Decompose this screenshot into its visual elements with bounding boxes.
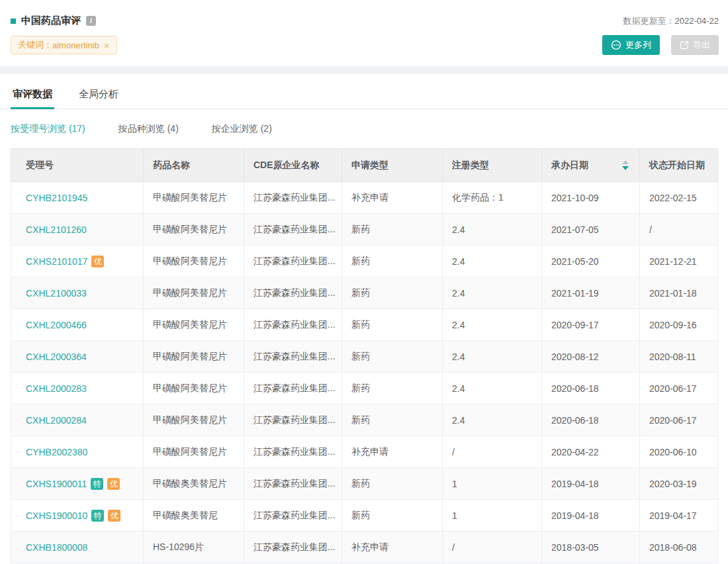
acceptance-no-link[interactable]: CYHB2101945: [26, 193, 87, 203]
cell-application-type: 新药: [342, 373, 443, 404]
cell-acceptance-no: CXHL2000284: [11, 404, 144, 436]
acceptance-no-link[interactable]: CXHS1900011: [26, 479, 87, 489]
cell-drug-name: HS-10296片: [144, 532, 244, 563]
acceptance-no-link[interactable]: CXHL2101260: [26, 224, 87, 235]
acceptance-no-link[interactable]: CXHL2000284: [26, 415, 87, 426]
review-table: 受理号药品名称CDE原企业名称申请类型注册类型承办日期状态开始日期 CYHB21…: [11, 148, 718, 564]
cell-registration-type: 2.4: [443, 214, 542, 246]
subtab-by-acceptance-no[interactable]: 按受理号浏览 (17): [11, 123, 85, 148]
table-row: CXHB1800008HS-10296片江苏豪森药业集团...补充申请/2018…: [11, 532, 718, 563]
cell-application-type: 补充申请: [342, 182, 443, 214]
acceptance-no-link[interactable]: CXHL2100033: [26, 288, 87, 299]
cell-registration-type: 2.4: [443, 341, 542, 373]
export-label: 导出: [693, 39, 710, 51]
table-row: CXHL2101260甲磺酸阿美替尼片江苏豪森药业集团...新药2.42021-…: [11, 214, 718, 246]
cell-registration-type: /: [443, 436, 542, 468]
keyword-label: 关键词：: [18, 39, 52, 51]
cell-application-type: 新药: [342, 277, 443, 309]
column-label: 承办日期: [551, 160, 588, 171]
cell-acceptance-no: CXHB1800008: [11, 532, 144, 563]
cell-status-start-date: 2020-06-10: [640, 436, 718, 468]
info-icon[interactable]: i: [86, 16, 96, 26]
acceptance-no-link[interactable]: CXHL2000364: [26, 352, 87, 362]
cell-drug-name: 甲磺酸阿美替尼片: [144, 246, 244, 277]
col-application-type: 申请类型: [342, 149, 443, 182]
cell-status-start-date: 2020-06-17: [640, 404, 718, 436]
remove-keyword-icon[interactable]: ×: [104, 40, 110, 50]
acceptance-no-link[interactable]: CXHL2000283: [26, 383, 87, 394]
cell-drug-name: 甲磺酸阿美替尼片: [144, 182, 244, 214]
priority-review-badge: 优: [107, 478, 120, 490]
table-row: CXHL2000466甲磺酸阿美替尼片江苏豪森药业集团...新药2.42020-…: [11, 309, 718, 341]
cell-application-type: 新药: [342, 246, 443, 277]
cell-status-start-date: 2022-02-15: [640, 182, 718, 214]
cell-cde-company: 江苏豪森药业集团...: [244, 309, 342, 341]
export-icon: [680, 40, 689, 50]
cell-acceptance-date: 2021-07-05: [542, 214, 640, 246]
table-row: CXHS1900011特优甲磺酸奥美替尼片江苏豪森药业集团...新药12019-…: [11, 468, 718, 500]
cell-cde-company: 江苏豪森药业集团...: [244, 341, 342, 373]
col-acceptance-date[interactable]: 承办日期: [542, 149, 640, 182]
subtab-by-variety[interactable]: 按品种浏览 (4): [118, 123, 179, 148]
cell-cde-company: 江苏豪森药业集团...: [244, 468, 342, 500]
title-bullet: [11, 19, 16, 24]
cell-status-start-date: 2021-01-18: [640, 277, 718, 309]
col-cde-company: CDE原企业名称: [244, 149, 342, 182]
special-review-badge: 特: [91, 510, 104, 522]
cell-application-type: 新药: [342, 341, 443, 373]
acceptance-no-link[interactable]: CXHL2000466: [26, 320, 87, 330]
section-divider: [0, 66, 728, 74]
subtab-by-company[interactable]: 按企业浏览 (2): [212, 123, 272, 148]
sort-control[interactable]: [622, 160, 629, 170]
cell-acceptance-no: CXHS1900011特优: [11, 468, 144, 500]
cell-registration-type: 2.4: [443, 404, 542, 436]
special-review-badge: 特: [91, 478, 103, 490]
table-row: CYHB2101945甲磺酸阿美替尼片江苏豪森药业集团...补充申请化学药品：1…: [11, 182, 718, 214]
more-columns-label: 更多列: [625, 39, 651, 51]
cell-acceptance-date: 2020-09-17: [542, 309, 640, 341]
more-columns-button[interactable]: 更多列: [602, 35, 660, 55]
cell-application-type: 补充申请: [342, 532, 443, 563]
cell-registration-type: /: [443, 532, 542, 563]
cell-acceptance-date: 2020-04-22: [542, 436, 640, 468]
acceptance-no-link[interactable]: CXHB1800008: [26, 542, 87, 553]
cell-cde-company: 江苏豪森药业集团...: [244, 404, 342, 436]
more-columns-icon: [611, 40, 621, 50]
priority-review-badge: 优: [91, 256, 104, 267]
cell-registration-type: 1: [443, 468, 542, 500]
cell-application-type: 新药: [342, 404, 443, 436]
cell-cde-company: 江苏豪森药业集团...: [244, 277, 342, 309]
col-status-start-date: 状态开始日期: [640, 149, 718, 182]
cell-registration-type: 2.4: [443, 246, 542, 277]
tab-review-data[interactable]: 审评数据: [11, 82, 54, 109]
acceptance-no-link[interactable]: CXHS1900010: [26, 510, 87, 521]
cell-cde-company: 江苏豪森药业集团...: [244, 246, 342, 277]
cell-acceptance-date: 2021-10-09: [542, 182, 640, 214]
cell-registration-type: 2.4: [443, 373, 542, 404]
cell-status-start-date: 2020-03-19: [640, 468, 718, 500]
cell-registration-type: 1: [443, 500, 542, 532]
priority-review-badge: 优: [108, 510, 120, 522]
cell-acceptance-no: CXHL2000283: [11, 373, 144, 404]
content-section: 审评数据全局分析 按受理号浏览 (17)按品种浏览 (4)按企业浏览 (2) 受…: [0, 74, 728, 564]
cell-acceptance-date: 2021-01-19: [542, 277, 640, 309]
cell-acceptance-no: CXHL2000466: [11, 309, 144, 341]
cell-status-start-date: 2020-08-11: [640, 341, 718, 373]
cell-cde-company: 江苏豪森药业集团...: [244, 214, 342, 246]
export-button[interactable]: 导出: [671, 35, 719, 55]
cell-acceptance-no: CXHS1900010特优: [11, 500, 144, 532]
cell-drug-name: 甲磺酸阿美替尼片: [144, 214, 244, 246]
cell-drug-name: 甲磺酸奥美替尼片: [144, 468, 244, 500]
tab-global-analysis[interactable]: 全局分析: [77, 82, 120, 109]
page-title: 中国药品审评: [21, 15, 81, 27]
data-updated-label: 数据更新至：: [623, 16, 675, 26]
cell-drug-name: 甲磺酸阿美替尼片: [144, 277, 244, 309]
sort-asc-icon[interactable]: [622, 160, 629, 164]
acceptance-no-link[interactable]: CYHB2002380: [26, 447, 87, 457]
cell-cde-company: 江苏豪森药业集团...: [244, 373, 342, 404]
cell-acceptance-no: CYHB2002380: [11, 436, 144, 468]
cell-cde-company: 江苏豪森药业集团...: [244, 436, 342, 468]
sort-desc-icon[interactable]: [622, 166, 629, 170]
cell-drug-name: 甲磺酸阿美替尼片: [144, 373, 244, 404]
acceptance-no-link[interactable]: CXHS2101017: [26, 256, 87, 267]
